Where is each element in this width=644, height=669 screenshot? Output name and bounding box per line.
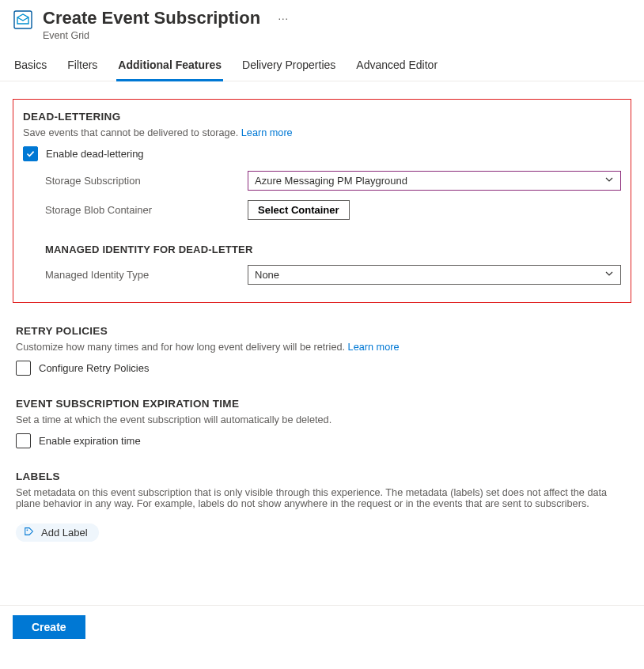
page-subtitle: Event Grid xyxy=(43,30,290,41)
enable-expiration-label: Enable expiration time xyxy=(39,435,141,447)
tab-advanced-editor[interactable]: Advanced Editor xyxy=(354,52,439,81)
svg-point-1 xyxy=(27,529,28,531)
chevron-down-icon xyxy=(604,269,614,281)
chevron-down-icon xyxy=(604,175,614,187)
expiration-section: EVENT SUBSCRIPTION EXPIRATION TIME Set a… xyxy=(13,398,631,448)
labels-section: LABELS Set metadata on this event subscr… xyxy=(13,471,631,542)
page-header: Create Event Subscription … Event Grid xyxy=(0,0,644,47)
tab-additional-features[interactable]: Additional Features xyxy=(116,52,223,81)
labels-heading: LABELS xyxy=(16,471,628,482)
dead-lettering-section: DEAD-LETTERING Save events that cannot b… xyxy=(13,99,631,303)
configure-retry-checkbox[interactable] xyxy=(16,361,31,376)
managed-identity-heading: MANAGED IDENTITY FOR DEAD-LETTER xyxy=(45,244,621,255)
dead-lettering-learn-more-link[interactable]: Learn more xyxy=(241,127,293,138)
event-grid-icon xyxy=(13,9,33,30)
managed-identity-type-select[interactable]: None xyxy=(248,265,621,285)
tab-filters[interactable]: Filters xyxy=(66,52,99,81)
add-label-button[interactable]: Add Label xyxy=(16,523,99,542)
enable-dead-lettering-checkbox[interactable] xyxy=(23,146,38,161)
labels-desc: Set metadata on this event subscription … xyxy=(16,487,628,509)
footer: Create xyxy=(0,605,644,648)
storage-subscription-label: Storage Subscription xyxy=(45,175,248,187)
configure-retry-label: Configure Retry Policies xyxy=(39,362,149,374)
enable-expiration-checkbox[interactable] xyxy=(16,433,31,448)
create-button[interactable]: Create xyxy=(13,615,85,639)
tab-bar: Basics Filters Additional Features Deliv… xyxy=(0,52,644,81)
dead-lettering-heading: DEAD-LETTERING xyxy=(23,111,621,123)
tag-icon xyxy=(24,526,35,539)
dead-lettering-desc: Save events that cannot be delivered to … xyxy=(23,127,621,138)
retry-learn-more-link[interactable]: Learn more xyxy=(348,342,400,353)
select-container-button[interactable]: Select Container xyxy=(248,200,350,220)
page-title: Create Event Subscription xyxy=(43,8,260,28)
expiration-desc: Set a time at which the event subscripti… xyxy=(16,414,628,425)
retry-policies-section: RETRY POLICIES Customize how many times … xyxy=(13,325,631,376)
expiration-heading: EVENT SUBSCRIPTION EXPIRATION TIME xyxy=(16,398,628,410)
managed-identity-type-label: Managed Identity Type xyxy=(45,269,248,281)
storage-subscription-select[interactable]: Azure Messaging PM Playground xyxy=(248,171,621,191)
tab-delivery-properties[interactable]: Delivery Properties xyxy=(241,52,337,81)
retry-policies-desc: Customize how many times and for how lon… xyxy=(16,342,628,353)
enable-dead-lettering-label: Enable dead-lettering xyxy=(46,148,144,160)
retry-policies-heading: RETRY POLICIES xyxy=(16,325,628,337)
storage-blob-container-label: Storage Blob Container xyxy=(45,204,248,216)
tab-basics[interactable]: Basics xyxy=(13,52,48,81)
more-actions-icon[interactable]: … xyxy=(278,9,290,22)
